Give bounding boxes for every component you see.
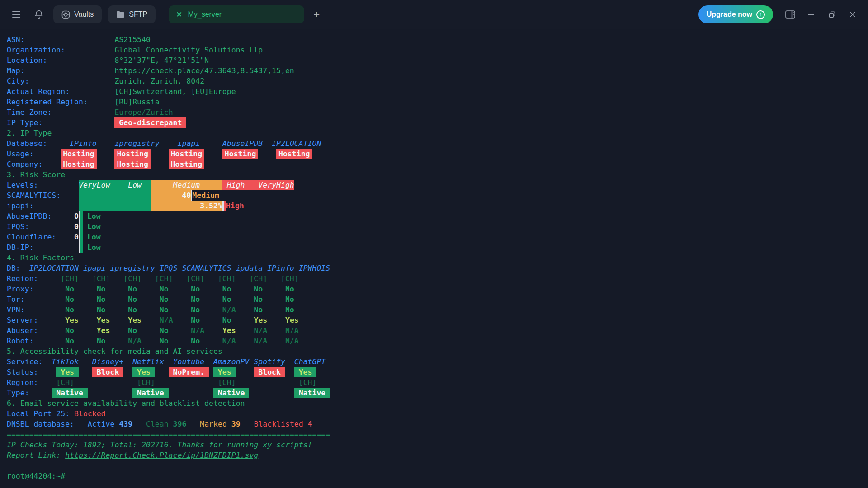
terminal-segment: VPN: (7, 305, 65, 315)
terminal-segment: 0 (74, 232, 79, 242)
maximize-button[interactable] (823, 5, 841, 23)
terminal-line: Company: Hosting Hosting Hosting (7, 159, 868, 169)
arrow-up-icon: ↑ (756, 10, 765, 19)
upgrade-button[interactable]: Upgrade now ↑ (698, 5, 773, 23)
terminal-segment: Low (87, 211, 101, 221)
terminal-line: Type: Native Native Native Native (7, 388, 868, 398)
terminal-segment: Yes (97, 325, 110, 336)
close-icon (849, 11, 856, 18)
terminal-segment (173, 315, 191, 325)
terminal-segment: IP Type: (7, 117, 114, 128)
terminal-segment: ipregistry (114, 138, 159, 149)
terminal-segment: 396 (173, 419, 187, 429)
tab-sftp[interactable]: SFTP (108, 5, 156, 23)
terminal-segment: Yes Yes Yes (65, 315, 160, 325)
terminal-segment: Time Zone: (7, 107, 114, 117)
terminal-segment (151, 159, 169, 169)
terminal-segment: AbuseIPDB (222, 138, 263, 149)
minimize-button[interactable] (802, 5, 820, 23)
terminal-segment: Levels: (7, 180, 79, 190)
terminal-segment: [CH]Switzerland, [EU]Europe (114, 86, 236, 97)
terminal-segment: Database: (7, 138, 70, 149)
terminal-segment: Hosting (169, 149, 204, 159)
terminal-segment: Yes (56, 367, 79, 377)
terminal-segment (83, 211, 87, 221)
tab-my-server[interactable]: ✕ My_server (169, 5, 304, 23)
terminal-line: IP Type: Geo-discrepant (7, 117, 868, 128)
terminal-segment: SCAMALYTICS: (7, 190, 79, 201)
terminal-segment: Report Link: (7, 450, 65, 460)
terminal-segment: N/A (160, 315, 173, 325)
terminal-segment: ASN: (7, 34, 114, 45)
terminal-line: 3. Risk Score (7, 169, 868, 180)
terminal-segment (142, 336, 160, 346)
side-panel-icon (785, 10, 795, 19)
terminal-line: Registered Region: [RU]Russia (7, 97, 868, 107)
terminal-segment: Native (52, 388, 87, 398)
terminal-segment: Low (87, 242, 101, 253)
terminal-segment (160, 138, 178, 149)
terminal-segment (186, 419, 200, 429)
terminal-line: Service: TikTok Disney+ Netflix Youtube … (7, 357, 868, 367)
terminal-line: IP Checks Today: 1892; Total: 202716. Th… (7, 440, 868, 450)
terminal-segment (79, 190, 151, 201)
terminal-segment: Yes Yes (254, 315, 298, 325)
terminal-segment: 5. Accessibility check for media and AI … (7, 346, 222, 357)
terminal-line: Actual Region: [CH]Switzerland, [EU]Euro… (7, 86, 868, 97)
terminal-segment: Native (132, 388, 168, 398)
terminal-segment: N/A N/A N/A (222, 336, 299, 346)
terminal-segment (79, 367, 92, 377)
terminal-segment: N/A N/A (254, 325, 298, 336)
restore-icon (829, 11, 835, 18)
notifications-button[interactable] (31, 6, 47, 23)
terminal-segment: Hosting (169, 159, 204, 169)
map-link[interactable]: https://check.place/47.3643,8.5437,15,en (114, 66, 294, 76)
terminal[interactable]: ASN: AS215540Organization: Global Connec… (0, 29, 868, 481)
terminal-segment: ipapi (178, 138, 200, 149)
terminal-line: VPN: No No No No No N/A No No (7, 305, 868, 315)
terminal-line: Tor: No No No No No No No No (7, 294, 868, 305)
terminal-segment: City: (7, 76, 114, 86)
terminal-segment: IPQS: (7, 221, 74, 232)
panel-toggle-button[interactable] (781, 5, 799, 23)
terminal-line: 5. Accessibility check for media and AI … (7, 346, 868, 357)
terminal-segment: Tor: (7, 294, 65, 305)
terminal-segment: ========================================… (7, 429, 330, 440)
terminal-line: Status: Yes Block Yes NoPrem. Yes Block … (7, 367, 868, 377)
terminal-segment (83, 242, 87, 253)
terminal-line: root@44204:~# (7, 471, 868, 481)
terminal-segment: Low (87, 232, 101, 242)
terminal-segment: NoPrem. (169, 367, 209, 377)
terminal-line: ASN: AS215540 (7, 34, 868, 45)
terminal-segment: AS215540 (114, 34, 150, 45)
terminal-line: Location: 8°32'37"E, 47°21'51"N (7, 55, 868, 66)
terminal-segment: Abuser: (7, 325, 65, 336)
terminal-segment (83, 221, 87, 232)
terminal-segment: Europe/Zurich (114, 107, 173, 117)
ip-type-badge: Geo-discrepant (114, 117, 186, 128)
vault-icon (61, 10, 70, 19)
terminal-segment: Server: (7, 315, 65, 325)
terminal-segment: Yes (294, 367, 317, 377)
menu-button[interactable] (8, 6, 24, 23)
report-link[interactable]: https://Report.Check.Place/ip/1BNZFDIP1.… (65, 450, 258, 460)
tab-vaults[interactable]: Vaults (53, 5, 102, 23)
terminal-segment: DB: (7, 263, 29, 273)
terminal-segment: [CH] [CH] [CH] [CH] [CH] [CH] [CH] [CH] (61, 273, 299, 284)
terminal-segment: 439 (119, 419, 132, 429)
terminal-line: DB-IP: Low (7, 242, 868, 253)
terminal-segment: 4 (308, 419, 312, 429)
terminal-segment: Proxy: (7, 284, 65, 294)
new-tab-button[interactable]: + (311, 8, 322, 21)
tab-close-icon[interactable]: ✕ (176, 11, 182, 19)
terminal-segment: Blocked (74, 408, 106, 419)
terminal-line (7, 460, 868, 471)
terminal-segment: IPinfo (70, 138, 97, 149)
terminal-segment (200, 138, 222, 149)
terminal-segment: AbuseIPDB: (7, 211, 74, 221)
terminal-line: 4. Risk Factors (7, 253, 868, 263)
terminal-segment (258, 149, 276, 159)
close-button[interactable] (844, 5, 862, 23)
terminal-segment: ipapi: (7, 201, 79, 211)
titlebar: Vaults SFTP ✕ My_server + Upgrade now ↑ (0, 0, 868, 29)
